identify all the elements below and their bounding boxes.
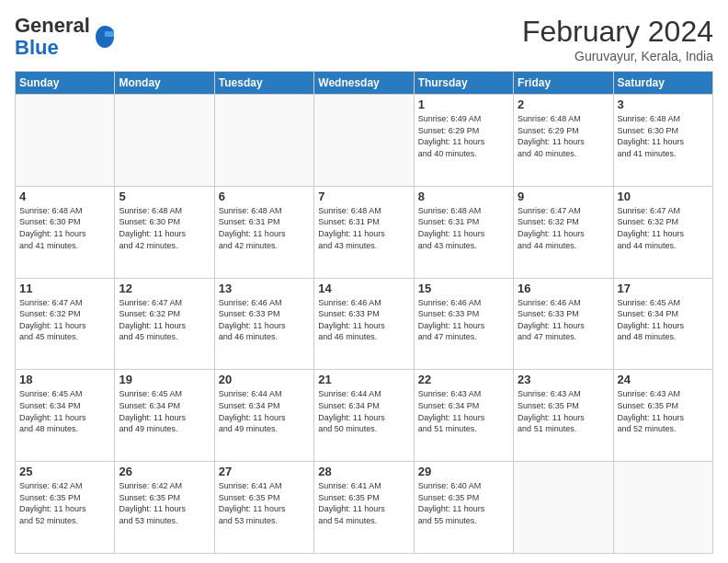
day-number: 2: [518, 98, 609, 111]
calendar-cell: 17Sunrise: 6:45 AM Sunset: 6:34 PM Dayli…: [613, 278, 712, 370]
title-block: February 2024 Guruvayur, Kerala, India: [522, 15, 713, 63]
day-info: Sunrise: 6:48 AM Sunset: 6:30 PM Dayligh…: [19, 205, 110, 251]
calendar-week-row: 1Sunrise: 6:49 AM Sunset: 6:29 PM Daylig…: [16, 95, 713, 187]
day-info: Sunrise: 6:48 AM Sunset: 6:31 PM Dayligh…: [318, 205, 409, 251]
day-info: Sunrise: 6:46 AM Sunset: 6:33 PM Dayligh…: [219, 297, 310, 343]
day-info: Sunrise: 6:48 AM Sunset: 6:30 PM Dayligh…: [618, 113, 709, 159]
day-info: Sunrise: 6:47 AM Sunset: 6:32 PM Dayligh…: [19, 297, 110, 343]
calendar-cell: 4Sunrise: 6:48 AM Sunset: 6:30 PM Daylig…: [16, 186, 115, 278]
calendar-cell: [514, 462, 613, 554]
calendar-cell: 2Sunrise: 6:48 AM Sunset: 6:29 PM Daylig…: [514, 95, 613, 187]
calendar-day-header: Monday: [115, 72, 214, 95]
day-number: 19: [119, 373, 210, 386]
calendar-cell: [314, 95, 414, 187]
calendar-cell: 20Sunrise: 6:44 AM Sunset: 6:34 PM Dayli…: [214, 370, 313, 462]
calendar-week-row: 4Sunrise: 6:48 AM Sunset: 6:30 PM Daylig…: [16, 186, 713, 278]
day-info: Sunrise: 6:42 AM Sunset: 6:35 PM Dayligh…: [119, 480, 210, 526]
calendar-cell: 9Sunrise: 6:47 AM Sunset: 6:32 PM Daylig…: [514, 186, 613, 278]
day-number: 20: [219, 373, 310, 386]
day-info: Sunrise: 6:48 AM Sunset: 6:29 PM Dayligh…: [518, 113, 609, 159]
calendar-cell: 26Sunrise: 6:42 AM Sunset: 6:35 PM Dayli…: [115, 462, 214, 554]
day-number: 22: [418, 373, 509, 386]
calendar-cell: 22Sunrise: 6:43 AM Sunset: 6:34 PM Dayli…: [414, 370, 513, 462]
day-number: 15: [418, 282, 509, 295]
day-number: 14: [318, 282, 409, 295]
location: Guruvayur, Kerala, India: [522, 49, 713, 63]
day-info: Sunrise: 6:46 AM Sunset: 6:33 PM Dayligh…: [518, 297, 609, 343]
calendar-cell: [214, 95, 313, 187]
calendar-cell: 3Sunrise: 6:48 AM Sunset: 6:30 PM Daylig…: [613, 95, 712, 187]
calendar-cell: 25Sunrise: 6:42 AM Sunset: 6:35 PM Dayli…: [16, 462, 115, 554]
calendar-cell: 16Sunrise: 6:46 AM Sunset: 6:33 PM Dayli…: [514, 278, 613, 370]
calendar-cell: 12Sunrise: 6:47 AM Sunset: 6:32 PM Dayli…: [115, 278, 214, 370]
calendar-cell: 15Sunrise: 6:46 AM Sunset: 6:33 PM Dayli…: [414, 278, 513, 370]
day-info: Sunrise: 6:44 AM Sunset: 6:34 PM Dayligh…: [318, 388, 409, 434]
calendar-cell: [613, 462, 712, 554]
calendar-day-header: Tuesday: [214, 72, 313, 95]
day-info: Sunrise: 6:48 AM Sunset: 6:31 PM Dayligh…: [219, 205, 310, 251]
day-info: Sunrise: 6:40 AM Sunset: 6:35 PM Dayligh…: [418, 480, 509, 526]
calendar-cell: 14Sunrise: 6:46 AM Sunset: 6:33 PM Dayli…: [314, 278, 414, 370]
day-number: 3: [618, 98, 709, 111]
day-number: 8: [418, 190, 509, 203]
calendar-cell: 10Sunrise: 6:47 AM Sunset: 6:32 PM Dayli…: [613, 186, 712, 278]
calendar-cell: 29Sunrise: 6:40 AM Sunset: 6:35 PM Dayli…: [414, 462, 513, 554]
day-info: Sunrise: 6:44 AM Sunset: 6:34 PM Dayligh…: [219, 388, 310, 434]
page: General Blue February 2024 Guruvayur, Ke…: [0, 0, 728, 563]
day-info: Sunrise: 6:47 AM Sunset: 6:32 PM Dayligh…: [618, 205, 709, 251]
day-info: Sunrise: 6:45 AM Sunset: 6:34 PM Dayligh…: [19, 388, 110, 434]
calendar-cell: 24Sunrise: 6:43 AM Sunset: 6:35 PM Dayli…: [613, 370, 712, 462]
calendar-header-row: SundayMondayTuesdayWednesdayThursdayFrid…: [16, 72, 713, 95]
day-number: 24: [618, 373, 709, 386]
day-info: Sunrise: 6:42 AM Sunset: 6:35 PM Dayligh…: [19, 480, 110, 526]
day-number: 16: [518, 282, 609, 295]
day-number: 25: [19, 465, 110, 478]
day-number: 4: [19, 190, 110, 203]
calendar-cell: 11Sunrise: 6:47 AM Sunset: 6:32 PM Dayli…: [16, 278, 115, 370]
day-info: Sunrise: 6:46 AM Sunset: 6:33 PM Dayligh…: [318, 297, 409, 343]
day-number: 26: [119, 465, 210, 478]
calendar-day-header: Thursday: [414, 72, 513, 95]
month-title: February 2024: [522, 15, 713, 49]
day-info: Sunrise: 6:43 AM Sunset: 6:35 PM Dayligh…: [518, 388, 609, 434]
day-number: 27: [219, 465, 310, 478]
day-info: Sunrise: 6:48 AM Sunset: 6:31 PM Dayligh…: [418, 205, 509, 251]
calendar-table: SundayMondayTuesdayWednesdayThursdayFrid…: [15, 71, 713, 554]
logo-icon: [92, 24, 118, 50]
calendar-cell: 7Sunrise: 6:48 AM Sunset: 6:31 PM Daylig…: [314, 186, 414, 278]
day-info: Sunrise: 6:41 AM Sunset: 6:35 PM Dayligh…: [219, 480, 310, 526]
day-info: Sunrise: 6:46 AM Sunset: 6:33 PM Dayligh…: [418, 297, 509, 343]
day-number: 13: [219, 282, 310, 295]
day-number: 7: [318, 190, 409, 203]
logo-general: General: [15, 14, 90, 37]
day-info: Sunrise: 6:49 AM Sunset: 6:29 PM Dayligh…: [418, 113, 509, 159]
calendar-cell: 5Sunrise: 6:48 AM Sunset: 6:30 PM Daylig…: [115, 186, 214, 278]
calendar-cell: [16, 95, 115, 187]
logo: General Blue: [15, 15, 118, 59]
calendar-week-row: 11Sunrise: 6:47 AM Sunset: 6:32 PM Dayli…: [16, 278, 713, 370]
calendar-day-header: Sunday: [16, 72, 115, 95]
day-info: Sunrise: 6:43 AM Sunset: 6:35 PM Dayligh…: [618, 388, 709, 434]
calendar-cell: 23Sunrise: 6:43 AM Sunset: 6:35 PM Dayli…: [514, 370, 613, 462]
day-number: 17: [618, 282, 709, 295]
calendar-cell: [115, 95, 214, 187]
calendar-week-row: 18Sunrise: 6:45 AM Sunset: 6:34 PM Dayli…: [16, 370, 713, 462]
day-number: 18: [19, 373, 110, 386]
logo-blue: Blue: [15, 36, 59, 59]
calendar-day-header: Wednesday: [314, 72, 414, 95]
day-number: 11: [19, 282, 110, 295]
day-number: 28: [318, 465, 409, 478]
calendar-cell: 1Sunrise: 6:49 AM Sunset: 6:29 PM Daylig…: [414, 95, 513, 187]
day-info: Sunrise: 6:45 AM Sunset: 6:34 PM Dayligh…: [119, 388, 210, 434]
day-info: Sunrise: 6:47 AM Sunset: 6:32 PM Dayligh…: [518, 205, 609, 251]
day-number: 21: [318, 373, 409, 386]
calendar-cell: 21Sunrise: 6:44 AM Sunset: 6:34 PM Dayli…: [314, 370, 414, 462]
calendar-cell: 18Sunrise: 6:45 AM Sunset: 6:34 PM Dayli…: [16, 370, 115, 462]
calendar-cell: 13Sunrise: 6:46 AM Sunset: 6:33 PM Dayli…: [214, 278, 313, 370]
calendar-cell: 8Sunrise: 6:48 AM Sunset: 6:31 PM Daylig…: [414, 186, 513, 278]
day-number: 5: [119, 190, 210, 203]
calendar-cell: 28Sunrise: 6:41 AM Sunset: 6:35 PM Dayli…: [314, 462, 414, 554]
day-info: Sunrise: 6:41 AM Sunset: 6:35 PM Dayligh…: [318, 480, 409, 526]
calendar-day-header: Friday: [514, 72, 613, 95]
day-info: Sunrise: 6:43 AM Sunset: 6:34 PM Dayligh…: [418, 388, 509, 434]
